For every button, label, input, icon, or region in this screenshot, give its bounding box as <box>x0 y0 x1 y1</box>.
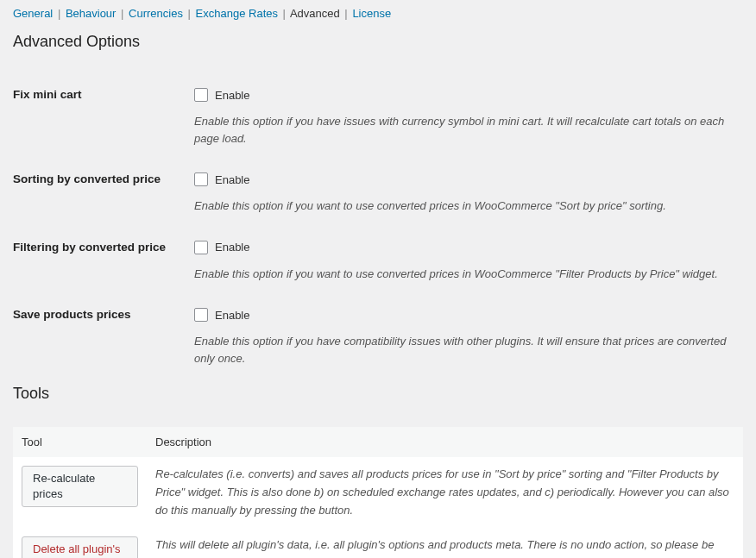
option-description: Enable this option if you want to use co… <box>194 197 734 215</box>
advanced-options-table: Fix mini cart Enable Enable this option … <box>13 75 743 379</box>
tools-header-tool: Tool <box>13 427 147 457</box>
checkbox-icon[interactable] <box>194 88 208 102</box>
option-label: Save products prices <box>13 295 194 379</box>
fix-mini-cart-enable[interactable]: Enable <box>194 88 249 102</box>
nav-license[interactable]: License <box>352 7 391 20</box>
checkbox-label: Enable <box>215 241 249 254</box>
nav-advanced[interactable]: Advanced <box>290 7 340 20</box>
checkbox-icon[interactable] <box>194 172 208 186</box>
delete-plugin-data-button[interactable]: Delete all plugin's data <box>22 536 138 558</box>
option-label: Filtering by converted price <box>13 228 194 296</box>
option-description: Enable this option if you have issues wi… <box>194 113 734 147</box>
tools-row-desc: This will delete all plugin's data, i.e.… <box>147 528 743 558</box>
sort-converted-enable[interactable]: Enable <box>194 172 249 186</box>
tools-row-desc: Re-calculates (i.e. converts) and saves … <box>147 457 743 528</box>
nav-sep: | <box>121 7 123 20</box>
nav-sep: | <box>58 7 60 20</box>
option-description: Enable this option if you want to use co… <box>194 266 734 283</box>
tools-header-desc: Description <box>147 427 743 457</box>
nav-currencies[interactable]: Currencies <box>129 7 183 20</box>
checkbox-icon[interactable] <box>194 241 208 254</box>
option-label: Sorting by converted price <box>13 160 194 228</box>
tools-heading: Tools <box>13 385 743 403</box>
save-prices-enable[interactable]: Enable <box>194 308 249 322</box>
nav-sep: | <box>188 7 191 20</box>
settings-nav: General | Behaviour | Currencies | Excha… <box>13 0 743 28</box>
recalculate-prices-button[interactable]: Re-calculate prices <box>22 466 138 507</box>
checkbox-label: Enable <box>215 173 249 186</box>
tools-table: Tool Description Re-calculate prices Re-… <box>13 427 743 558</box>
checkbox-icon[interactable] <box>194 308 208 322</box>
page-title: Advanced Options <box>13 33 743 51</box>
option-description: Enable this option if you have compatibi… <box>194 333 734 367</box>
nav-sep: | <box>344 7 347 20</box>
filter-converted-enable[interactable]: Enable <box>194 241 249 254</box>
nav-sep: | <box>283 7 286 20</box>
nav-exchange-rates[interactable]: Exchange Rates <box>196 7 278 20</box>
checkbox-label: Enable <box>215 309 249 322</box>
nav-behaviour[interactable]: Behaviour <box>66 7 117 20</box>
option-label: Fix mini cart <box>13 75 194 160</box>
nav-general[interactable]: General <box>13 7 53 20</box>
checkbox-label: Enable <box>215 89 249 102</box>
